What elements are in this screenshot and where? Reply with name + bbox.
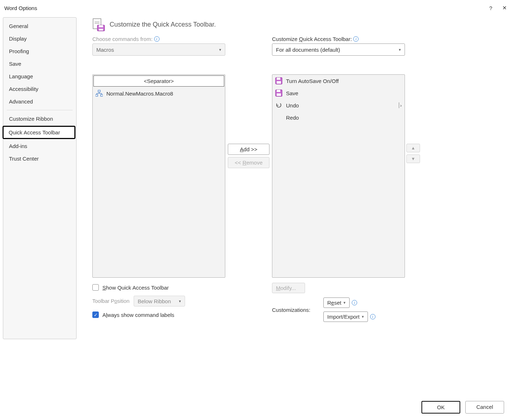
sidebar-item-general[interactable]: General — [3, 20, 76, 32]
svg-rect-1 — [94, 22, 100, 22]
svg-rect-18 — [277, 93, 281, 96]
list-item-label: Save — [286, 90, 298, 96]
commands-listbox[interactable]: <Separator> — [92, 74, 225, 278]
customizations-label: Customizations: — [272, 307, 310, 313]
svg-rect-2 — [94, 23, 100, 24]
choose-commands-label: Choose commands from: i — [92, 36, 225, 42]
remove-button[interactable]: << Remove — [228, 157, 269, 168]
list-item-label: Normal.NewMacros.Macro8 — [106, 91, 173, 97]
titlebar: Word Options ? ✕ — [0, 0, 512, 13]
close-button[interactable]: ✕ — [502, 5, 507, 11]
svg-rect-5 — [99, 29, 103, 31]
ok-button[interactable]: OK — [421, 401, 460, 414]
show-qat-row[interactable]: Show Quick Access Toolbar — [92, 284, 225, 291]
always-show-label: Always show command labels — [102, 312, 174, 318]
customize-qat-icon — [92, 18, 105, 31]
customize-qat-label: Customize Quick Access Toolbar: i — [272, 36, 405, 42]
chevron-down-icon: ▾ — [399, 47, 401, 52]
always-show-row[interactable]: ✓ Always show command labels — [92, 311, 225, 318]
show-qat-checkbox[interactable] — [92, 284, 99, 291]
list-item-label: Redo — [286, 115, 299, 121]
sidebar-item-proofing[interactable]: Proofing — [3, 45, 76, 57]
save-icon — [275, 89, 282, 97]
svg-rect-12 — [101, 94, 103, 96]
toolbar-position-dropdown[interactable]: Below Ribbon ▾ — [134, 296, 185, 306]
sidebar-item-language[interactable]: Language — [3, 70, 76, 83]
customize-qat-dropdown[interactable]: For all documents (default) ▾ — [272, 43, 405, 56]
list-item-label: Undo — [286, 102, 299, 109]
choose-commands-value: Macros — [96, 47, 114, 53]
info-icon[interactable]: i — [370, 314, 375, 319]
sidebar-item-trust-center[interactable]: Trust Center — [3, 152, 76, 165]
customize-qat-value: For all documents (default) — [276, 47, 340, 53]
list-item-label: Turn AutoSave On/Off — [286, 78, 339, 84]
page-title: Customize the Quick Access Toolbar. — [110, 21, 216, 28]
sidebar-item-quick-access-toolbar[interactable]: Quick Access Toolbar — [3, 126, 75, 139]
sidebar-item-display[interactable]: Display — [3, 32, 76, 45]
import-export-dropdown[interactable]: Import/Export▾ — [323, 311, 368, 322]
cancel-button[interactable]: Cancel — [465, 401, 504, 414]
help-button[interactable]: ? — [489, 5, 492, 11]
qat-listbox[interactable]: Turn AutoSave On/Off Save — [272, 74, 405, 278]
info-icon[interactable]: i — [154, 36, 160, 42]
svg-rect-14 — [277, 78, 280, 80]
move-up-button[interactable]: ▲ — [406, 144, 420, 152]
sidebar-item-save[interactable]: Save — [3, 57, 76, 70]
autosave-icon — [275, 77, 282, 84]
info-icon[interactable]: i — [352, 300, 357, 305]
move-down-button[interactable]: ▼ — [406, 154, 420, 163]
redo-icon — [275, 114, 282, 121]
sidebar-item-customize-ribbon[interactable]: Customize Ribbon — [3, 112, 76, 125]
sidebar-item-addins[interactable]: Add-ins — [3, 140, 76, 152]
reset-dropdown[interactable]: Reset▾ — [323, 297, 350, 308]
separator-item[interactable]: <Separator> — [93, 75, 224, 87]
chevron-down-icon: ▾ — [179, 299, 181, 304]
svg-rect-17 — [277, 90, 280, 92]
list-item[interactable]: Normal.NewMacros.Macro8 — [93, 87, 225, 100]
svg-rect-11 — [96, 94, 98, 96]
macro-icon — [96, 90, 103, 97]
choose-commands-dropdown[interactable]: Macros ▾ — [92, 43, 225, 56]
sidebar: General Display Proofing Save Language A… — [3, 17, 77, 339]
sidebar-item-advanced[interactable]: Advanced — [3, 95, 76, 108]
undo-icon — [275, 102, 282, 109]
modify-button[interactable]: Modify... — [272, 283, 305, 293]
list-item[interactable]: Undo › — [272, 99, 405, 111]
toolbar-position-label: Toolbar Position — [92, 298, 129, 304]
split-indicator[interactable]: › — [399, 102, 402, 108]
list-item[interactable]: Redo — [272, 111, 405, 124]
svg-rect-4 — [99, 25, 103, 27]
info-icon[interactable]: i — [353, 36, 359, 42]
chevron-down-icon: ▾ — [219, 47, 221, 52]
add-button[interactable]: Add >> — [228, 144, 269, 155]
show-qat-label: Show Quick Access Toolbar — [102, 285, 169, 291]
sidebar-separator — [7, 110, 73, 110]
svg-rect-6 — [98, 90, 100, 92]
always-show-checkbox[interactable]: ✓ — [92, 311, 99, 318]
list-item[interactable]: Save — [272, 87, 405, 99]
toolbar-position-value: Below Ribbon — [138, 298, 171, 304]
sidebar-item-accessibility[interactable]: Accessibility — [3, 83, 76, 95]
window-title: Word Options — [4, 5, 37, 11]
svg-rect-15 — [277, 81, 281, 84]
list-item[interactable]: Turn AutoSave On/Off — [272, 75, 405, 87]
